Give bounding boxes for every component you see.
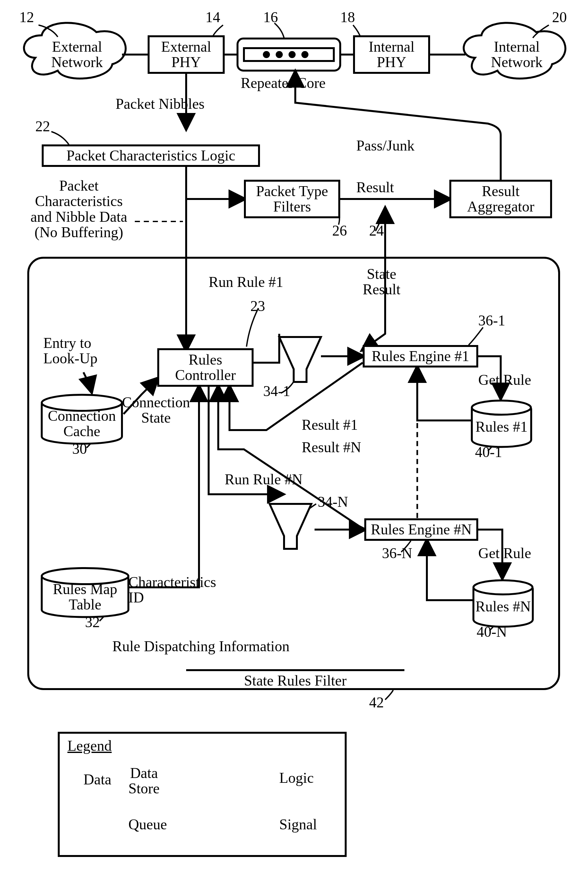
rules-engine-1-label: Rules Engine #1	[372, 348, 469, 364]
ref-42: 42	[369, 695, 384, 710]
internal-phy-label: Internal PHY	[357, 39, 426, 70]
ref-12: 12	[19, 10, 34, 25]
rules-engine-n-box: Rules Engine #N	[364, 518, 478, 541]
external-phy-label: External PHY	[152, 39, 220, 70]
ref-34-1: 34-1	[263, 384, 290, 399]
state-result-label: State Result	[363, 266, 400, 297]
legend-queue: Queue	[128, 817, 167, 832]
run-rule-n-label: Run Rule #N	[225, 472, 303, 487]
ref-16: 16	[263, 10, 278, 25]
rules-n-label: Rules #N	[476, 599, 531, 614]
result-aggregator-box: Result Aggregator	[449, 180, 552, 218]
state-rules-filter-title: State Rules Filter	[186, 669, 404, 688]
rules-1-label: Rules #1	[476, 419, 527, 435]
rules-controller-label: Rules Controller	[162, 352, 249, 383]
rules-map-table-label: Rules Map Table	[42, 582, 128, 613]
entry-lookup-label: Entry to Look-Up	[44, 335, 98, 366]
legend-title: Legend	[68, 738, 112, 754]
rule-dispatching-label: Rule Dispatching Information	[112, 639, 290, 654]
pass-junk-label: Pass/Junk	[356, 138, 414, 153]
ref-26: 26	[332, 223, 347, 238]
ref-24: 24	[369, 223, 384, 238]
rules-controller-box: Rules Controller	[157, 348, 254, 387]
ref-40-1: 40-1	[475, 444, 502, 460]
repeater-core-label: Repeater Core	[241, 75, 326, 91]
connection-cache-label: Connection Cache	[42, 408, 122, 440]
ref-36-1: 36-1	[478, 313, 505, 328]
legend-data-text: Data	[84, 772, 111, 787]
rules-map-table-cyl: Rules Map Table	[42, 578, 128, 616]
result-1-label: Result #1	[302, 417, 358, 433]
get-rule-1-label: Get Rule	[478, 372, 531, 388]
ptf-label: Packet Type Filters	[248, 184, 336, 215]
external-network-label: External Network	[39, 39, 116, 70]
packet-nibbles-label: Packet Nibbles	[116, 96, 204, 112]
result-label: Result	[356, 180, 394, 195]
internal-phy-box: Internal PHY	[353, 35, 430, 74]
rules-1-cyl: Rules #1	[472, 409, 531, 444]
ref-34-n: 34-N	[318, 494, 348, 510]
ref-20: 20	[552, 10, 567, 25]
ref-18: 18	[340, 10, 355, 25]
ref-30: 30	[72, 441, 87, 457]
packet-characteristics-logic-box: Packet Characteristics Logic	[42, 144, 260, 167]
svg-point-3	[277, 52, 282, 57]
rules-n-cyl: Rules #N	[473, 589, 533, 624]
external-network-cloud: External Network	[39, 37, 116, 72]
svg-point-5	[302, 52, 308, 57]
run-rule-1-label: Run Rule #1	[208, 274, 284, 290]
svg-point-4	[290, 52, 295, 57]
external-phy-box: External PHY	[148, 35, 225, 74]
characteristics-id-label: Characteristics ID	[128, 574, 216, 606]
packet-type-filters-box: Packet Type Filters	[244, 180, 340, 218]
ra-label: Result Aggregator	[454, 184, 548, 215]
rules-engine-1-box: Rules Engine #1	[363, 345, 478, 368]
ref-36-n: 36-N	[382, 546, 412, 561]
ref-14: 14	[206, 10, 220, 25]
internal-network-label: Internal Network	[478, 39, 555, 70]
legend-signal: Signal	[279, 817, 317, 832]
legend-data-store: Data Store	[128, 765, 159, 796]
pcl-label: Packet Characteristics Logic	[66, 148, 235, 164]
result-n-label: Result #N	[302, 440, 361, 455]
connection-state-label: Connection State	[122, 395, 190, 426]
connection-cache-cyl: Connection Cache	[42, 404, 122, 443]
ref-23: 23	[250, 298, 265, 314]
pc-nibble-note: Packet Characteristics and Nibble Data (…	[30, 178, 127, 240]
ref-22: 22	[35, 119, 50, 134]
ref-40-n: 40-N	[477, 624, 507, 640]
rules-engine-n-label: Rules Engine #N	[371, 522, 471, 537]
svg-point-2	[264, 52, 269, 57]
ref-32: 32	[85, 615, 100, 630]
get-rule-n-label: Get Rule	[478, 546, 531, 561]
internal-network-cloud: Internal Network	[478, 37, 555, 72]
legend-logic: Logic	[279, 770, 314, 786]
